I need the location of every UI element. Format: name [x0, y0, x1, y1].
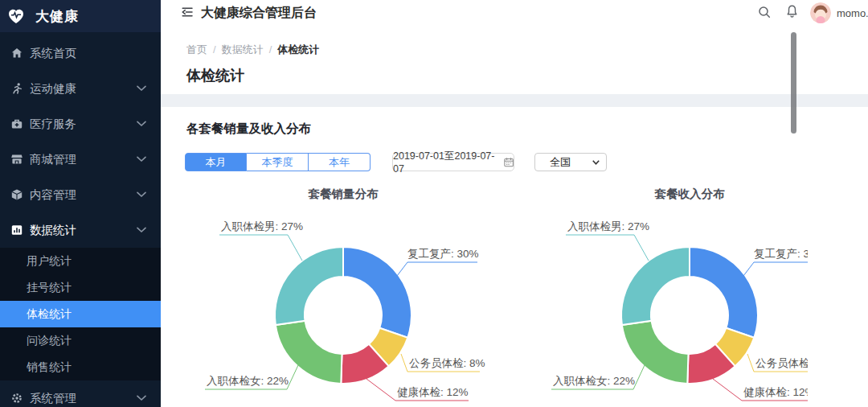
calendar-icon — [504, 157, 514, 167]
app-header-title: 大健康综合管理后台 — [201, 5, 317, 22]
runner-icon — [10, 82, 23, 95]
collapse-menu-icon[interactable] — [180, 5, 194, 19]
chevron-down-icon — [137, 85, 146, 92]
bar-chart-icon — [10, 224, 23, 236]
sidebar: 大健康 系统首页 运动健康 医疗服务 — [0, 0, 161, 407]
app-title: 大健康 — [35, 7, 79, 26]
sidebar-item-statistics[interactable]: 数据统计 — [0, 212, 161, 248]
submenu-item-inquiry-stats[interactable]: 问诊统计 — [0, 327, 161, 354]
background-band — [161, 94, 868, 107]
section-title: 各套餐销量及收入分布 — [186, 121, 311, 138]
sidebar-item-home[interactable]: 系统首页 — [0, 35, 161, 71]
region-select[interactable]: 全国 — [534, 153, 607, 171]
heart-pulse-icon — [6, 6, 26, 26]
pie-slice-4[interactable] — [621, 247, 690, 325]
label-line — [566, 235, 649, 261]
chevron-down-icon — [592, 160, 600, 165]
chevron-down-icon — [137, 156, 146, 162]
label-line — [219, 235, 302, 261]
region-select-value: 全国 — [550, 155, 571, 170]
period-tab-group: 本月 本季度 本年 — [185, 153, 371, 171]
submenu-item-user-stats[interactable]: 用户统计 — [0, 248, 161, 274]
pie-label: 入职体检女: 22% — [207, 375, 289, 387]
date-range-value: 2019-07-01至2019-07-07 — [393, 150, 499, 175]
sidebar-item-system[interactable]: 系统管理 — [0, 380, 161, 407]
chevron-down-icon — [137, 395, 146, 401]
sidebar-nav: 系统首页 运动健康 医疗服务 商城管理 — [0, 32, 161, 407]
revenue-donut-chart: 套餐收入分布 复工复产: 30%公务员体检: 8%健康体检: 12%入职体检女:… — [519, 183, 808, 407]
pie-slice-0[interactable] — [690, 247, 758, 338]
sidebar-item-label: 系统首页 — [30, 46, 76, 61]
pie-slice-0[interactable] — [343, 247, 411, 338]
bell-icon[interactable] — [784, 4, 800, 19]
pie-label: 入职体检男: 27% — [567, 220, 649, 232]
breadcrumb-separator: / — [269, 43, 272, 56]
breadcrumb-home[interactable]: 首页 — [186, 43, 207, 56]
pie-label: 入职体检女: 22% — [553, 375, 635, 387]
sidebar-item-content[interactable]: 内容管理 — [0, 177, 161, 212]
pie-slice-4[interactable] — [275, 247, 343, 325]
submenu-item-checkup-stats[interactable]: 体检统计 — [0, 301, 161, 327]
medical-kit-icon — [10, 117, 23, 130]
home-icon — [10, 47, 23, 60]
app-logo[interactable]: 大健康 — [0, 0, 161, 32]
username[interactable]: momo.z — [837, 7, 868, 19]
donut-svg-sales: 复工复产: 30%公务员体检: 8%健康体检: 12%入职体检女: 22%入职体… — [173, 183, 514, 407]
scrollbar-thumb[interactable] — [791, 32, 796, 134]
sidebar-item-label: 商城管理 — [30, 152, 76, 167]
pie-label: 健康体检: 12% — [397, 386, 469, 398]
breadcrumb-separator: / — [213, 43, 216, 56]
sidebar-item-label: 运动健康 — [30, 81, 76, 97]
pie-label: 公务员体检: 8% — [755, 357, 808, 369]
page-title: 体检统计 — [186, 66, 244, 85]
tab-this-quarter[interactable]: 本季度 — [247, 153, 309, 171]
tab-this-month[interactable]: 本月 — [185, 153, 247, 171]
avatar[interactable] — [810, 2, 831, 23]
sidebar-item-mall[interactable]: 商城管理 — [0, 142, 161, 177]
submenu-item-sales-stats[interactable]: 销售统计 — [0, 354, 161, 380]
sidebar-item-label: 内容管理 — [30, 187, 76, 203]
sidebar-item-label: 数据统计 — [30, 223, 76, 238]
label-line — [743, 262, 808, 276]
breadcrumb-statistics[interactable]: 数据统计 — [222, 43, 264, 56]
sales-donut-chart: 套餐销量分布 复工复产: 30%公务员体检: 8%健康体检: 12%入职体检女:… — [173, 183, 514, 407]
chevron-down-icon — [137, 227, 146, 233]
main-area: 大健康综合管理后台 momo.z 首页/数据统计/体检统计 体检统计 各套餐销量… — [161, 0, 868, 407]
pie-label: 复工复产: 30% — [407, 248, 479, 260]
pie-label: 公务员体检: 8% — [409, 357, 485, 369]
search-icon[interactable] — [757, 5, 772, 19]
sidebar-item-label: 系统管理 — [30, 391, 76, 406]
submenu-item-registration-stats[interactable]: 挂号统计 — [0, 274, 161, 301]
breadcrumb: 首页/数据统计/体检统计 — [186, 43, 319, 57]
pie-label: 复工复产: 30% — [754, 248, 808, 260]
pie-label: 健康体检: 12% — [743, 386, 808, 398]
avatar-image — [810, 2, 831, 23]
sidebar-item-medical[interactable]: 医疗服务 — [0, 106, 161, 142]
gear-icon — [10, 392, 23, 405]
cube-icon — [10, 188, 23, 201]
pie-label: 入职体检男: 27% — [221, 220, 303, 232]
chevron-down-icon — [137, 191, 146, 198]
chevron-down-icon — [137, 121, 146, 127]
sidebar-item-sport[interactable]: 运动健康 — [0, 71, 161, 106]
sidebar-item-label: 医疗服务 — [30, 117, 76, 132]
statistics-submenu: 用户统计 挂号统计 体检统计 问诊统计 销售统计 — [0, 248, 161, 380]
label-line — [397, 262, 477, 276]
tab-this-year[interactable]: 本年 — [309, 153, 371, 171]
store-icon — [10, 153, 23, 166]
donut-svg-revenue: 复工复产: 30%公务员体检: 8%健康体检: 12%入职体检女: 22%入职体… — [519, 183, 808, 407]
date-range-picker[interactable]: 2019-07-01至2019-07-07 — [392, 153, 514, 171]
breadcrumb-current: 体检统计 — [277, 43, 319, 56]
